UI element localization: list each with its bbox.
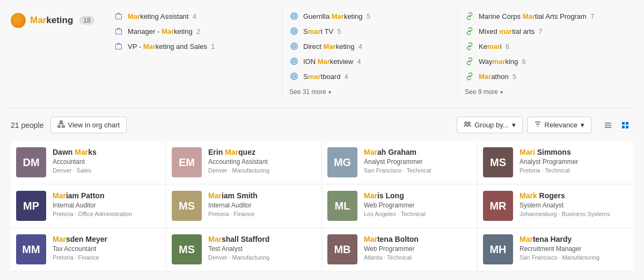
link-icon [465, 56, 474, 66]
person-name: Mark Rogers [519, 191, 628, 200]
person-name: Mari Simmons [519, 147, 628, 157]
person-info: Dawn MarksAccountantDenver·Sales [53, 147, 160, 174]
briefcase-icon [114, 26, 123, 36]
link-icon [465, 41, 474, 51]
svg-point-5 [294, 31, 295, 32]
person-title: Web Programmer [364, 202, 472, 209]
avatar-initials: MB [327, 234, 357, 264]
grid-view-button[interactable] [617, 117, 633, 133]
avatar-initials: MG [327, 147, 357, 177]
result-text: ION Marketview 4 [303, 58, 361, 66]
person-card[interactable]: MLMaris LongWeb ProgrammerLos Angeles·Te… [322, 184, 478, 228]
person-location: Pretoria·Technical [519, 167, 628, 174]
person-location: San Francisco·Manufacturing [519, 254, 628, 261]
person-card[interactable]: MHMartena HardyRecruitment ManagerSan Fr… [478, 228, 633, 271]
person-card[interactable]: MRMark RogersSystem AnalystJohannesburg·… [478, 184, 633, 228]
person-title: Analyst Programmer [364, 158, 472, 166]
person-title: Recruitment Manager [519, 245, 628, 253]
person-card[interactable]: MSMarshall StaffordTest AnalystDenver·Ma… [166, 228, 322, 271]
avatar-initials: ML [327, 191, 357, 221]
result-text: VP - Marketing and Sales 1 [128, 42, 215, 51]
result-item[interactable]: Direct Marketing 4 [289, 39, 451, 54]
svg-rect-23 [622, 122, 625, 125]
person-title: Accountant [53, 158, 160, 166]
svg-rect-24 [626, 122, 628, 125]
avatar: MH [483, 234, 513, 264]
person-location: Denver·Manufacturing [208, 167, 316, 174]
svg-point-2 [294, 16, 295, 17]
people-section: 21 people View in org chart [11, 117, 633, 271]
result-item[interactable]: ION Marketview 4 [289, 54, 451, 69]
person-name: Martena Bolton [364, 234, 472, 244]
result-item[interactable]: Mixed martial arts 7 [465, 24, 627, 39]
result-item[interactable]: Guerrilla Marketing 5 [289, 9, 451, 24]
result-text: Mixed martial arts 7 [479, 27, 542, 35]
avatar-initials: MH [483, 234, 513, 264]
person-card[interactable]: MMMarsden MeyerTax AccountantPretoria·Fi… [11, 228, 166, 271]
svg-point-14 [294, 76, 295, 77]
view-org-chart-button[interactable]: View in org chart [50, 117, 127, 133]
person-location: Pretoria·Office Administration [53, 211, 160, 217]
link-icon [465, 11, 474, 21]
people-count: 21 people [11, 121, 44, 130]
result-text: Smartboard 4 [303, 73, 348, 81]
external-column: Marine Corps Martial Arts Program 7 Mixe… [458, 9, 633, 99]
person-name: Martena Hardy [519, 234, 628, 244]
result-item[interactable]: Waymarking 6 [465, 54, 627, 69]
person-location: Atlanta·Technical [364, 254, 472, 261]
name-highlight: Mar [364, 191, 377, 200]
person-name: Mariam Smith [208, 191, 316, 200]
result-item[interactable]: Marketing Assistant 4 [114, 9, 276, 24]
avatar-initials: MS [172, 191, 202, 221]
person-card[interactable]: MGMarah GrahamAnalyst ProgrammerSan Fran… [322, 141, 478, 184]
person-location: Los Angeles·Technical [364, 211, 472, 217]
person-card[interactable]: DMDawn MarksAccountantDenver·Sales [11, 141, 166, 184]
name-highlight: Mar [208, 191, 222, 200]
person-card[interactable]: MPMariam PattonInternal AuditorPretoria·… [11, 184, 166, 228]
result-item[interactable]: Kemari 6 [465, 39, 627, 54]
org-chart-label: View in org chart [68, 121, 120, 129]
avatar: MS [483, 147, 513, 177]
name-highlight: Mari [519, 148, 535, 156]
result-item[interactable]: Marathon 5 [465, 69, 627, 84]
svg-rect-26 [626, 126, 628, 128]
search-results-header: Marketing 18 Marketing Assistant 4 [11, 9, 633, 108]
relevance-button[interactable]: Relevance ▾ [527, 117, 591, 133]
person-info: Marshall StaffordTest AnalystDenver·Manu… [208, 234, 316, 261]
result-item[interactable]: VP - Marketing and Sales 1 [114, 39, 276, 54]
relevance-chevron-icon: ▾ [581, 121, 584, 129]
result-item[interactable]: Manager - Marketing 2 [114, 24, 276, 39]
svg-rect-17 [62, 126, 64, 127]
result-item[interactable]: Smartboard 4 [289, 69, 451, 84]
roles-column: Marketing Assistant 4 Manager - Marketin… [107, 9, 283, 99]
briefcase-icon [114, 41, 123, 51]
avatar-initials: MP [16, 191, 46, 221]
person-card[interactable]: EMErin MarquezAccounting AssistantDenver… [166, 141, 322, 184]
person-name: Dawn Marks [53, 147, 160, 157]
see-more-external[interactable]: See 9 more ▾ [465, 85, 627, 99]
group-icon [464, 120, 471, 130]
person-location: San Francisco·Technical [364, 167, 472, 174]
result-item[interactable]: Smart TV 5 [289, 24, 451, 39]
brand-tag[interactable]: Marketing 18 [11, 13, 107, 28]
target-icon [289, 56, 299, 66]
person-name: Erin Marquez [208, 147, 316, 157]
person-title: Internal Auditor [53, 202, 160, 209]
person-card[interactable]: MSMari SimmonsAnalyst ProgrammerPretoria… [478, 141, 633, 184]
see-more-skills[interactable]: See 31 more ▾ [289, 85, 451, 99]
group-by-button[interactable]: Group by... ▾ [457, 117, 522, 133]
avatar-initials: MS [172, 234, 202, 264]
person-name: Marah Graham [364, 147, 472, 157]
name-highlight: Mar [519, 235, 533, 243]
result-text: Guerrilla Marketing 5 [303, 12, 370, 20]
list-view-button[interactable] [600, 117, 616, 133]
svg-rect-21 [605, 125, 611, 126]
person-card[interactable]: MSMariam SmithInternal AuditorPretoria·F… [166, 184, 322, 228]
svg-point-18 [465, 122, 467, 124]
person-card[interactable]: MBMartena BoltonWeb ProgrammerAtlanta·Te… [322, 228, 478, 271]
avatar: MS [172, 191, 202, 221]
result-item[interactable]: Marine Corps Martial Arts Program 7 [465, 9, 627, 24]
svg-rect-16 [58, 126, 60, 127]
see-more-label: See 31 more [289, 88, 326, 96]
people-grid: DMDawn MarksAccountantDenver·SalesEMErin… [11, 141, 633, 271]
